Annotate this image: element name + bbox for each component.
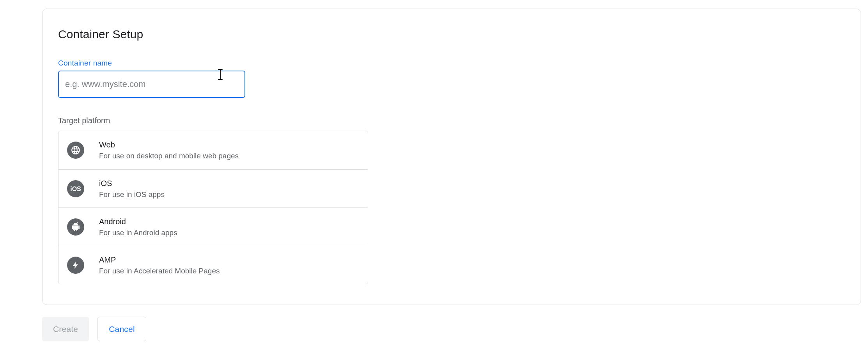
platform-option-text: AMP For use in Accelerated Mobile Pages <box>99 254 220 276</box>
platform-option-desc: For use in iOS apps <box>99 190 165 200</box>
platform-option-title: iOS <box>99 178 165 189</box>
platform-option-title: Android <box>99 216 177 227</box>
platform-option-title: AMP <box>99 254 220 265</box>
platform-option-amp[interactable]: AMP For use in Accelerated Mobile Pages <box>58 246 368 284</box>
cancel-button[interactable]: Cancel <box>97 317 146 341</box>
platform-option-text: Web For use on desktop and mobile web pa… <box>99 139 239 161</box>
ios-icon: iOS <box>67 180 84 197</box>
svg-text:iOS: iOS <box>70 186 81 192</box>
footer-actions: Create Cancel <box>42 317 146 341</box>
container-name-label: Container name <box>58 59 112 67</box>
platform-option-title: Web <box>99 139 239 150</box>
platform-option-text: iOS For use in iOS apps <box>99 178 165 200</box>
target-platform-label: Target platform <box>58 116 110 125</box>
platform-option-desc: For use in Accelerated Mobile Pages <box>99 266 220 276</box>
amp-icon <box>67 257 84 274</box>
platform-option-android[interactable]: Android For use in Android apps <box>58 207 368 246</box>
section-title: Container Setup <box>58 28 143 41</box>
platform-option-web[interactable]: Web For use on desktop and mobile web pa… <box>58 131 368 169</box>
android-icon <box>67 218 84 236</box>
container-name-input[interactable] <box>58 71 245 98</box>
platform-option-desc: For use in Android apps <box>99 228 177 238</box>
target-platform-list: Web For use on desktop and mobile web pa… <box>58 131 368 284</box>
container-setup-card: Container Setup Container name Target pl… <box>42 9 861 305</box>
platform-option-text: Android For use in Android apps <box>99 216 177 238</box>
platform-option-desc: For use on desktop and mobile web pages <box>99 151 239 161</box>
create-button[interactable]: Create <box>42 317 89 341</box>
platform-option-ios[interactable]: iOS iOS For use in iOS apps <box>58 169 368 207</box>
globe-icon <box>67 142 84 159</box>
